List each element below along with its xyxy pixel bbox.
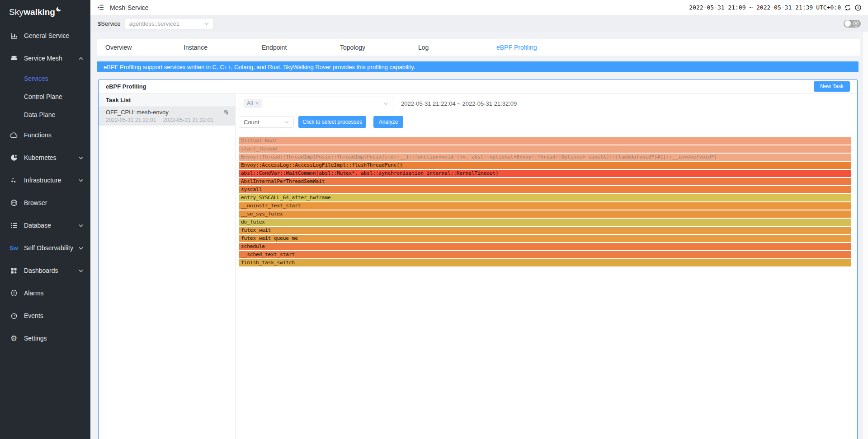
sidebar-item-label: Alarms (24, 290, 44, 297)
aggregate-type-select[interactable]: Count (239, 116, 294, 128)
new-task-button[interactable]: New Task (814, 81, 850, 92)
sidebar-item-control-plane[interactable]: Control Plane (0, 88, 90, 106)
ebpf-profiling-panel: eBPF Profiling New Task Task List OFF_CP… (98, 79, 858, 439)
sidebar-item-label: Settings (24, 335, 47, 342)
sidebar-item-services[interactable]: Services (0, 70, 90, 88)
sidebar-item-label: Events (24, 312, 43, 319)
tab-overview[interactable]: Overview (97, 44, 175, 51)
list-icon (9, 221, 18, 230)
service-select[interactable]: agentless::service1 (125, 18, 213, 29)
flame-frame[interactable]: __noinstr_text_start (239, 202, 851, 210)
sidebar-item-label: Browser (24, 199, 47, 206)
sidebar-item-general-service[interactable]: General Service (0, 24, 90, 47)
flame-frame[interactable]: start_thread (239, 145, 851, 153)
crescent-moon-icon (56, 6, 61, 14)
flame-frame[interactable]: Virtual Root (239, 137, 851, 145)
filter-tag-label: All (247, 100, 253, 107)
panel-header: eBPF Profiling New Task (99, 79, 857, 93)
tag-close-icon[interactable]: × (255, 100, 259, 107)
task-list-column: Task List OFF_CPU: mesh-envoy 2022-05-31… (99, 93, 236, 439)
tab-topology[interactable]: Topology (331, 44, 410, 51)
chevron-down-icon (79, 224, 83, 227)
sidebar-item-self-observability[interactable]: Sw Self Observability (0, 237, 90, 259)
service-selector-label: $Service (98, 20, 121, 27)
top-header: Mesh-Service 2022-05-31 21:09 ~ 2022-05-… (90, 0, 868, 15)
sidebar-item-service-mesh[interactable]: Service Mesh (0, 47, 90, 70)
flame-frame[interactable]: Envoy::Thread::ThreadImplPosix::ThreadIm… (239, 154, 851, 161)
logo-text-sky: Sky (9, 7, 24, 17)
stopwatch-icon (9, 312, 18, 320)
sidebar-item-database[interactable]: Database (0, 214, 90, 237)
flame-graph: Virtual Rootstart_threadEnvoy::Thread::T… (236, 133, 857, 266)
analyze-button[interactable]: Analyze (373, 116, 403, 128)
service-selector-bar: $Service agentless::service1 V (90, 15, 868, 32)
pie-circle-icon (9, 154, 18, 162)
sidebar-item-functions[interactable]: Functions (0, 124, 90, 146)
tab-instance[interactable]: Instance (175, 44, 253, 51)
sidebar-item-label: Services (24, 75, 48, 82)
flame-frame[interactable]: futex_wait (239, 227, 851, 234)
page-scrollbar[interactable] (862, 32, 868, 439)
task-list-header: Task List (99, 93, 235, 107)
sidebar-item-label: Control Plane (24, 93, 62, 100)
global-time-range[interactable]: 2022-05-31 21:09 ~ 2022-05-31 21:39 (689, 4, 813, 11)
dashboard-tabs: Overview Instance Endpoint Topology Log … (97, 39, 860, 56)
timezone-label[interactable]: UTC+0:0 (816, 4, 841, 11)
flame-frame[interactable]: schedule (239, 243, 851, 250)
flame-frame[interactable]: entry_SYSCALL_64_after_hwframe (239, 194, 851, 201)
version-toggle[interactable]: V (844, 20, 861, 28)
page-title: Mesh-Service (110, 4, 149, 11)
sidebar-item-events[interactable]: Events (0, 304, 90, 327)
cloud-icon (9, 131, 18, 140)
skywalking-logo[interactable]: Skywalking (0, 0, 90, 24)
schedule-filter-select[interactable]: All × (239, 97, 393, 110)
flame-frame[interactable]: absl::CondVar::WaitCommon(absl::Mutex*, … (239, 170, 851, 177)
flame-frame[interactable]: finish_task_switch (239, 259, 851, 266)
task-detail-icon[interactable] (222, 109, 229, 116)
sidebar: Skywalking General Service Service Mesh … (0, 0, 90, 439)
panel-title: eBPF Profiling (106, 83, 146, 90)
sidebar-item-label: Database (24, 222, 51, 229)
refresh-icon[interactable] (844, 4, 851, 11)
chevron-down-icon (79, 247, 83, 250)
toggle-knob (844, 20, 851, 27)
flame-frame[interactable]: syscall (239, 186, 851, 193)
flame-frame[interactable]: __sched_text_start (239, 251, 851, 258)
sidebar-item-settings[interactable]: ⚙ Settings (0, 327, 90, 350)
flame-frame[interactable]: __se_sys_futex (239, 210, 851, 218)
sidebar-item-alarms[interactable]: Alarms (0, 282, 90, 304)
chevron-down-icon (383, 102, 388, 105)
bar-chart-icon (9, 32, 18, 40)
flame-frame[interactable]: AbslInternalPerThreadSemWait (239, 178, 851, 185)
sidebar-item-label: Service Mesh (24, 55, 62, 62)
flame-frame[interactable]: futex_wait_queue_me (239, 235, 851, 242)
tab-log[interactable]: Log (410, 44, 488, 51)
logo-text-walking: walking (24, 7, 55, 17)
analysis-controls: All × 2022-05-31 21:22:04 ~ 2022-05-31 2… (236, 93, 857, 133)
layers-icon (9, 54, 18, 63)
flame-frame[interactable]: Envoy::AccessLog::AccessLogFileImpl::flu… (239, 162, 851, 169)
tab-ebpf-profiling[interactable]: eBPF Profiling (488, 44, 566, 51)
sidebar-item-browser[interactable]: Browser (0, 191, 90, 214)
flame-frame[interactable]: do_futex (239, 219, 851, 226)
sidebar-item-data-plane[interactable]: Data Plane (0, 106, 90, 124)
tab-endpoint[interactable]: Endpoint (253, 44, 331, 51)
sidebar-item-label: Dashboards (24, 267, 58, 274)
chevron-up-icon (79, 57, 83, 60)
select-processes-button[interactable]: Click to select processes (298, 116, 366, 128)
menu-collapse-icon[interactable] (97, 4, 104, 11)
toggle-version-label: V (853, 21, 859, 27)
chevron-down-icon (79, 156, 83, 159)
sidebar-item-infrastructure[interactable]: Infrastructure (0, 169, 90, 191)
skywalking-sw-icon: Sw (9, 244, 18, 252)
filter-tag: All × (244, 99, 262, 108)
sidebar-item-kubernetes[interactable]: Kubernetes (0, 146, 90, 169)
sidebar-item-label: Data Plane (24, 111, 55, 118)
service-select-value: agentless::service1 (129, 20, 179, 27)
info-icon[interactable] (854, 4, 862, 11)
task-list-item[interactable]: OFF_CPU: mesh-envoy 2022-05-31 21:22:01 … (99, 107, 235, 126)
sidebar-item-label: Kubernetes (24, 154, 57, 161)
aggregate-type-value: Count (244, 119, 259, 126)
sidebar-item-dashboards[interactable]: Dashboards (0, 259, 90, 282)
task-name: OFF_CPU: mesh-envoy (106, 109, 169, 116)
